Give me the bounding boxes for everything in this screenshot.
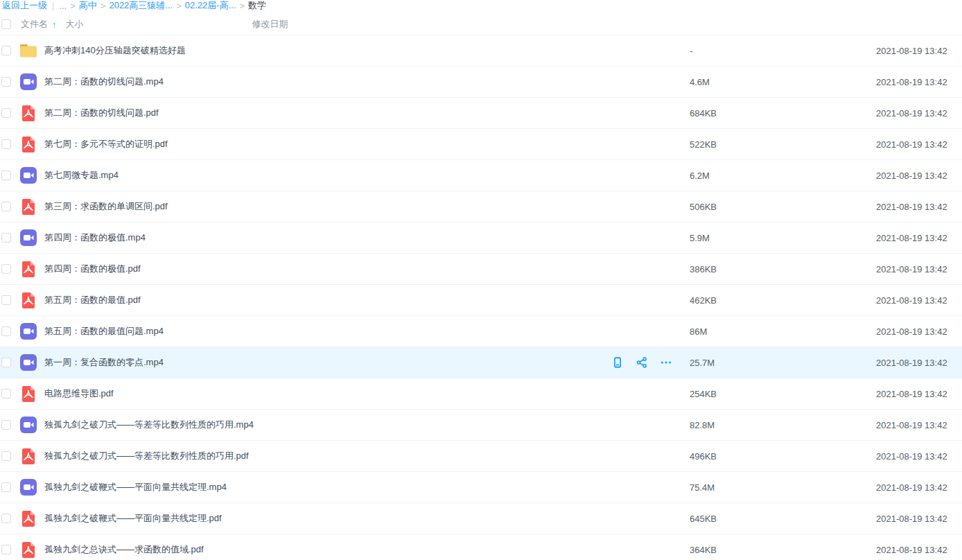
file-size: 506KB (690, 202, 876, 212)
video-file-icon (19, 323, 37, 340)
file-name[interactable]: 第四周：函数的极值.pdf (44, 263, 141, 275)
pdf-file-icon (19, 448, 37, 464)
video-file-icon (19, 229, 37, 246)
file-modified-date: 2021-08-19 13:42 (876, 389, 962, 399)
pdf-file-icon (19, 198, 37, 215)
file-size: 4.6M (690, 77, 876, 87)
row-checkbox[interactable] (1, 358, 11, 367)
file-size: 386KB (690, 264, 876, 274)
row-checkbox[interactable] (1, 108, 11, 118)
file-row[interactable]: 第四周：函数的极值.mp4 5.9M 2021-08-19 13:42 (0, 222, 962, 254)
file-row[interactable]: 孤独九剑之破鞭式——平面向量共线定理.mp4 75.4M 2021-08-19 … (0, 472, 962, 503)
file-modified-date: 2021-08-19 13:42 (876, 139, 962, 150)
row-checkbox[interactable] (1, 233, 11, 243)
file-modified-date: 2021-08-19 13:42 (876, 233, 962, 243)
breadcrumb-link-2[interactable]: 2022高三猿辅... (109, 0, 173, 12)
row-checkbox[interactable] (1, 202, 11, 211)
file-modified-date: 2021-08-19 13:42 (876, 514, 962, 524)
breadcrumb-back-link[interactable]: 返回上一级 (2, 0, 47, 12)
file-row[interactable]: 第一周：复合函数的零点.mp4 (0, 347, 962, 378)
file-size: 86M (690, 326, 876, 337)
file-name[interactable]: 第二周：函数的切线问题.mp4 (44, 76, 164, 88)
file-list: 高考冲刺140分压轴题突破精选好题 - 2021-08-19 13:42 第二周… (0, 35, 962, 560)
file-name[interactable]: 第一周：复合函数的零点.mp4 (44, 356, 164, 369)
row-checkbox[interactable] (1, 420, 11, 430)
file-name[interactable]: 孤独九剑之破鞭式——平面向量共线定理.mp4 (44, 481, 227, 493)
row-checkbox[interactable] (1, 326, 11, 336)
breadcrumb-link-3[interactable]: 02.22届-高... (185, 0, 236, 12)
row-checkbox[interactable] (1, 545, 11, 554)
row-checkbox[interactable] (1, 295, 11, 305)
file-name[interactable]: 第三周：求函数的单调区间.pdf (44, 200, 168, 213)
file-name[interactable]: 第七周：多元不等式的证明.pdf (44, 138, 168, 150)
video-file-icon (19, 167, 37, 184)
file-modified-date: 2021-08-19 13:42 (876, 482, 962, 493)
breadcrumb-separator: > (176, 1, 182, 11)
breadcrumb-collapsed[interactable]: ... (59, 1, 67, 11)
breadcrumb-separator: > (100, 1, 106, 11)
file-name[interactable]: 第五周：函数的最值问题.mp4 (44, 325, 164, 338)
breadcrumb-divider: | (52, 1, 54, 11)
file-modified-date: 2021-08-19 13:42 (876, 451, 962, 462)
file-modified-date: 2021-08-19 13:42 (876, 77, 962, 87)
file-size: - (690, 46, 876, 56)
file-name[interactable]: 独孤九剑之破刀式——等差等比数列性质的巧用.pdf (44, 450, 249, 462)
file-name[interactable]: 第四周：函数的极值.mp4 (44, 231, 146, 244)
column-header-name[interactable]: 文件名 ↑ (21, 18, 57, 30)
file-row[interactable]: 第四周：函数的极值.pdf 386KB 2021-08-19 13:42 (0, 254, 962, 285)
file-name[interactable]: 第七周微专题.mp4 (44, 169, 119, 182)
more-actions-icon[interactable] (660, 356, 672, 369)
file-row[interactable]: 第七周微专题.mp4 6.2M 2021-08-19 13:42 (0, 160, 962, 191)
file-row[interactable]: 第二周：函数的切线问题.mp4 4.6M 2021-08-19 13:42 (0, 67, 962, 98)
row-checkbox[interactable] (1, 451, 11, 461)
file-name[interactable]: 电路思维导图.pdf (44, 387, 114, 400)
column-header-modified[interactable]: 修改日期 (243, 18, 329, 30)
pdf-file-icon (19, 136, 37, 152)
file-row[interactable]: 独孤九剑之破刀式——等差等比数列性质的巧用.mp4 82.8M 2021-08-… (0, 410, 962, 441)
file-row[interactable]: 独孤九剑之破刀式——等差等比数列性质的巧用.pdf 496KB 2021-08-… (0, 441, 962, 472)
select-all-checkbox[interactable] (1, 19, 11, 29)
breadcrumb-current: 数学 (248, 0, 266, 12)
file-row[interactable]: 孤独九剑之总诀式——求函数的值域.pdf 364KB 2021-08-19 13… (0, 534, 962, 560)
column-header-size[interactable]: 大小 (57, 18, 243, 30)
pdf-file-icon (19, 385, 37, 402)
row-checkbox[interactable] (1, 514, 11, 523)
breadcrumb-separator: > (239, 1, 245, 11)
pdf-file-icon (19, 292, 37, 308)
row-checkbox[interactable] (1, 482, 11, 492)
file-modified-date: 2021-08-19 13:42 (876, 264, 962, 274)
row-checkbox[interactable] (1, 264, 11, 274)
file-name[interactable]: 孤独九剑之破鞭式——平面向量共线定理.pdf (44, 512, 222, 525)
file-name[interactable]: 孤独九剑之总诀式——求函数的值域.pdf (44, 543, 204, 556)
row-checkbox[interactable] (1, 77, 11, 87)
file-size: 75.4M (690, 482, 876, 493)
file-row[interactable]: 第三周：求函数的单调区间.pdf 506KB 2021-08-19 13:42 (0, 191, 962, 222)
row-checkbox[interactable] (1, 139, 11, 149)
file-name[interactable]: 独孤九剑之破刀式——等差等比数列性质的巧用.mp4 (44, 419, 254, 431)
file-row[interactable]: 电路思维导图.pdf 254KB 2021-08-19 13:42 (0, 378, 962, 410)
video-file-icon (19, 73, 37, 90)
file-size: 254KB (690, 389, 876, 399)
file-size: 6.2M (690, 170, 876, 181)
file-name[interactable]: 高考冲刺140分压轴题突破精选好题 (44, 44, 186, 57)
share-icon[interactable] (636, 356, 648, 369)
file-row[interactable]: 第二周：函数的切线问题.pdf 684KB 2021-08-19 13:42 (0, 98, 962, 129)
row-checkbox[interactable] (1, 389, 11, 399)
breadcrumb-link-1[interactable]: 高中 (79, 0, 97, 12)
file-row[interactable]: 第七周：多元不等式的证明.pdf 522KB 2021-08-19 13:42 (0, 129, 962, 160)
file-name[interactable]: 第二周：函数的切线问题.pdf (44, 107, 159, 119)
file-size: 462KB (690, 295, 876, 306)
row-checkbox[interactable] (1, 46, 11, 55)
file-row[interactable]: 高考冲刺140分压轴题突破精选好题 - 2021-08-19 13:42 (0, 35, 962, 67)
file-row[interactable]: 第五周：函数的最值.pdf 462KB 2021-08-19 13:42 (0, 285, 962, 316)
file-row[interactable]: 第五周：函数的最值问题.mp4 86M 2021-08-19 13:42 (0, 316, 962, 347)
file-modified-date: 2021-08-19 13:42 (876, 46, 962, 56)
row-checkbox[interactable] (1, 170, 11, 180)
file-size: 5.9M (690, 233, 876, 243)
pdf-file-icon (19, 105, 37, 121)
file-row[interactable]: 孤独九剑之破鞭式——平面向量共线定理.pdf 645KB 2021-08-19 … (0, 503, 962, 534)
file-table-header: 文件名 ↑ 大小 修改日期 (0, 14, 962, 35)
save-to-device-icon[interactable] (611, 356, 624, 369)
breadcrumb-separator: > (70, 1, 76, 11)
file-name[interactable]: 第五周：函数的最值.pdf (44, 294, 141, 306)
